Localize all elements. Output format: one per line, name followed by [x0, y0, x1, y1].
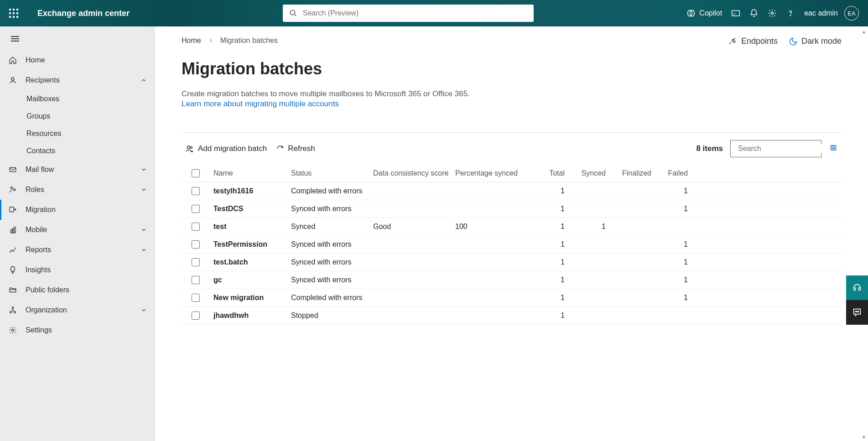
sidebar-item-insights[interactable]: Insights	[0, 260, 155, 280]
reports-icon	[8, 245, 17, 254]
cell-status: Completed with errors	[291, 187, 373, 195]
th-name[interactable]: Name	[213, 169, 291, 177]
sidebar-item-publicfolders[interactable]: Public folders	[0, 280, 155, 300]
hamburger-icon	[11, 35, 19, 43]
help-icon[interactable]	[786, 9, 795, 18]
cell-total: 1	[533, 205, 574, 213]
table-row[interactable]: test.batch Synced with errors 1 1	[182, 254, 842, 271]
sidebar-item-recipients[interactable]: Recipients	[0, 70, 155, 90]
cell-status: Synced	[291, 223, 373, 231]
table-row[interactable]: jhawdhwh Stopped 1	[182, 307, 842, 325]
cell-status: Synced with errors	[291, 276, 373, 284]
sidebar-item-reports[interactable]: Reports	[0, 240, 155, 260]
sidebar-subitem-groups[interactable]: Groups	[0, 108, 155, 125]
notifications-icon[interactable]	[749, 9, 759, 18]
row-checkbox[interactable]	[192, 240, 200, 249]
page-title: Migration batches	[182, 59, 842, 78]
table-row[interactable]: TestPermission Synced with errors 1 1	[182, 236, 842, 254]
user-info[interactable]: eac admin EA	[804, 6, 859, 21]
copilot-icon	[686, 9, 696, 18]
table-row[interactable]: testylh1616 Completed with errors 1 1	[182, 182, 842, 200]
cell-status: Synced with errors	[291, 240, 373, 249]
table-row[interactable]: TestDCS Synced with errors 1 1	[182, 200, 842, 218]
home-icon	[8, 56, 17, 65]
collapse-nav-button[interactable]	[0, 29, 155, 50]
cell-total: 1	[533, 240, 574, 249]
th-status[interactable]: Status	[291, 169, 373, 177]
learn-more-link[interactable]: Learn more about migrating multiple acco…	[182, 99, 339, 109]
th-finalized[interactable]: Finalized	[615, 169, 660, 177]
cell-status: Synced with errors	[291, 205, 373, 213]
row-checkbox[interactable]	[192, 258, 200, 266]
svg-point-20	[190, 146, 192, 148]
endpoints-button[interactable]: Endpoints	[728, 36, 778, 46]
cell-name: gc	[213, 276, 291, 284]
chat-icon	[852, 307, 862, 317]
th-total[interactable]: Total	[533, 169, 574, 177]
scroll-up-arrow[interactable]: ▲	[861, 28, 867, 35]
cell-name: testylh1616	[213, 187, 291, 195]
sidebar-subitem-mailboxes[interactable]: Mailboxes	[0, 90, 155, 108]
sidebar-item-settings[interactable]: Settings	[0, 320, 155, 340]
feedback-button[interactable]	[846, 300, 868, 325]
sidebar-label: Home	[26, 56, 45, 64]
row-checkbox[interactable]	[192, 276, 200, 284]
sidebar-item-migration[interactable]: Migration	[0, 200, 155, 220]
th-failed[interactable]: Failed	[660, 169, 697, 177]
user-name: eac admin	[804, 9, 838, 17]
cell-total: 1	[533, 276, 574, 284]
th-dcs[interactable]: Data consistency score	[373, 169, 455, 177]
th-pct[interactable]: Percentage synced	[455, 169, 533, 177]
sidebar-item-home[interactable]: Home	[0, 50, 155, 70]
add-migration-button[interactable]: Add migration batch	[185, 144, 267, 153]
svg-point-18	[12, 329, 14, 332]
sidebar-label: Public folders	[26, 286, 69, 294]
support-button[interactable]	[846, 275, 868, 300]
toolbar: Add migration batch Refresh 8 items	[182, 133, 842, 165]
sidebar-label: Settings	[26, 326, 52, 334]
table-search[interactable]	[730, 140, 821, 157]
header-right: Copilot eac admin EA	[686, 6, 859, 21]
select-all-checkbox[interactable]	[192, 169, 200, 177]
row-checkbox[interactable]	[192, 187, 200, 195]
cell-pct: 100	[455, 223, 533, 231]
row-checkbox[interactable]	[192, 311, 200, 320]
top-header: Exchange admin center Copilot eac admin …	[0, 0, 868, 26]
chevron-up-icon	[140, 77, 147, 83]
table-search-input[interactable]	[738, 145, 829, 153]
global-search[interactable]	[283, 5, 534, 22]
row-checkbox[interactable]	[192, 223, 200, 231]
copilot-button[interactable]: Copilot	[686, 9, 722, 18]
sidebar-label: Organization	[26, 306, 67, 314]
table-row[interactable]: test Synced Good 100 1 1	[182, 218, 842, 236]
sidebar-item-roles[interactable]: Roles	[0, 180, 155, 200]
sidebar-item-mailflow[interactable]: Mail flow	[0, 160, 155, 180]
chevron-right-icon	[208, 37, 214, 44]
settings-icon[interactable]	[768, 9, 777, 18]
table-row[interactable]: gc Synced with errors 1 1	[182, 271, 842, 289]
refresh-button[interactable]: Refresh	[276, 144, 315, 153]
app-launcher-icon[interactable]	[9, 9, 18, 18]
breadcrumb-current: Migration batches	[220, 36, 278, 45]
folder-icon	[8, 285, 17, 295]
sidebar-subitem-contacts[interactable]: Contacts	[0, 142, 155, 160]
scroll-down-arrow[interactable]: ▼	[861, 434, 867, 440]
sidebar-item-mobile[interactable]: Mobile	[0, 220, 155, 240]
row-checkbox[interactable]	[192, 205, 200, 213]
cell-failed: 1	[660, 240, 697, 249]
cell-name: TestDCS	[213, 205, 291, 213]
th-synced[interactable]: Synced	[574, 169, 615, 177]
darkmode-button[interactable]: Dark mode	[789, 36, 842, 46]
message-icon[interactable]	[731, 9, 740, 18]
breadcrumb-home[interactable]: Home	[182, 36, 201, 45]
list-options-button[interactable]	[829, 143, 838, 154]
sidebar-item-organization[interactable]: Organization	[0, 300, 155, 320]
cell-failed: 1	[660, 258, 697, 266]
row-checkbox[interactable]	[192, 294, 200, 302]
global-search-input[interactable]	[303, 9, 527, 17]
chevron-down-icon	[140, 227, 147, 233]
table-row[interactable]: New migration Completed with errors 1 1	[182, 289, 842, 307]
cell-total: 1	[533, 223, 574, 231]
sidebar-subitem-resources[interactable]: Resources	[0, 125, 155, 142]
sidebar-label: Insights	[26, 266, 51, 274]
